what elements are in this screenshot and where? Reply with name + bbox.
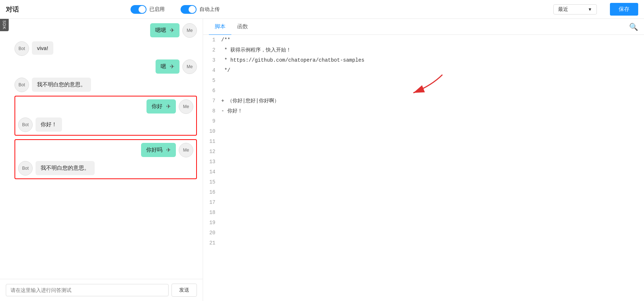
- line-number: 6: [203, 86, 221, 96]
- chevron-down-icon: ▼: [588, 7, 592, 12]
- save-button[interactable]: 保存: [610, 3, 638, 16]
- list-item: 4 */: [203, 65, 644, 75]
- me-avatar: Me: [179, 143, 193, 157]
- page-title: 对话: [6, 5, 49, 14]
- sdk-badge: SDK: [0, 19, 9, 31]
- tab-script[interactable]: 脚本: [209, 19, 231, 35]
- line-number: 7: [203, 96, 221, 106]
- highlighted-group-1: 你好 ✈ Me Bot 你好！: [15, 96, 197, 136]
- line-number: 19: [203, 218, 221, 228]
- line-number: 15: [203, 177, 221, 187]
- line-number: 1: [203, 35, 221, 45]
- message-text: viva!: [37, 45, 48, 51]
- list-item: 20: [203, 228, 644, 238]
- line-content[interactable]: - 你好！: [221, 106, 644, 116]
- bot-avatar: Bot: [15, 78, 29, 92]
- message-text: 我不明白您的意思。: [41, 165, 90, 171]
- me-avatar: Me: [182, 59, 197, 74]
- list-item: 9: [203, 116, 644, 126]
- bot-message: viva!: [32, 41, 53, 55]
- line-number: 10: [203, 126, 221, 136]
- list-item: 17: [203, 197, 644, 207]
- list-item: 15: [203, 177, 644, 187]
- line-number: 2: [203, 45, 221, 55]
- chat-input-area: 发送: [0, 279, 203, 301]
- toggle-group-1: 已启用: [131, 5, 165, 14]
- list-item: 3 * https://github.com/chatopera/chatbot…: [203, 55, 644, 65]
- bot-avatar: Bot: [18, 117, 33, 132]
- line-number: 21: [203, 238, 221, 248]
- user-message: 嗯嗯 ✈: [150, 23, 179, 37]
- highlighted-group-2: 你好吗 ✈ Me Bot 我不明白您的意思。: [15, 139, 197, 179]
- table-row: Bot 你好！: [18, 117, 193, 132]
- table-row: Bot 我不明白您的意思。: [15, 78, 197, 92]
- chat-area: 嗯嗯 ✈ Me Bot viva! 嗯 ✈: [0, 19, 203, 279]
- message-text: 嗯: [161, 63, 166, 70]
- message-text: 你好！: [41, 121, 57, 127]
- user-message: 嗯 ✈: [156, 59, 179, 74]
- list-item: 11: [203, 136, 644, 147]
- table-row: 你好吗 ✈ Me: [18, 143, 193, 157]
- send-icon: ✈: [166, 147, 171, 153]
- list-item: 2 * 获得示例程序，快入开始！: [203, 45, 644, 55]
- line-number: 4: [203, 65, 221, 75]
- left-panel: SDK 嗯嗯 ✈ Me Bot viva!: [0, 19, 203, 301]
- main-content: SDK 嗯嗯 ✈ Me Bot viva!: [0, 19, 644, 301]
- tab-function[interactable]: 函数: [231, 19, 254, 35]
- list-item: 16: [203, 187, 644, 197]
- line-number: 17: [203, 197, 221, 207]
- line-number: 3: [203, 55, 221, 65]
- right-panel: 脚本 函数 🔍 1/**2 * 获得示例程序，快入开始！3 * https://…: [203, 19, 644, 301]
- list-item: 6: [203, 86, 644, 96]
- line-number: 9: [203, 116, 221, 126]
- table-row: 嗯嗯 ✈ Me: [15, 23, 197, 38]
- line-content[interactable]: + （你好|您好|你好啊）: [221, 96, 644, 106]
- recent-dropdown[interactable]: 最近 ▼: [553, 4, 597, 15]
- toggle-group-2: 自动上传: [181, 5, 220, 14]
- line-content[interactable]: * 获得示例程序，快入开始！: [221, 45, 644, 55]
- list-item: 21: [203, 238, 644, 248]
- tabs-bar: 脚本 函数 🔍: [203, 19, 644, 35]
- enabled-toggle[interactable]: [131, 5, 146, 14]
- line-number: 14: [203, 167, 221, 177]
- line-number: 11: [203, 136, 221, 147]
- auto-upload-toggle[interactable]: [181, 5, 197, 14]
- line-content[interactable]: */: [221, 65, 644, 75]
- code-area: 1/**2 * 获得示例程序，快入开始！3 * https://github.c…: [203, 35, 644, 248]
- send-button[interactable]: 发送: [172, 284, 197, 297]
- list-item: 12: [203, 147, 644, 157]
- send-icon: ✈: [170, 27, 174, 34]
- table-row: Bot 我不明白您的意思。: [18, 161, 193, 176]
- bot-avatar: Bot: [18, 161, 33, 176]
- line-content[interactable]: /**: [221, 35, 644, 45]
- user-message: 你好 ✈: [146, 99, 176, 114]
- bot-avatar: Bot: [15, 41, 29, 56]
- top-bar: 对话 已启用 自动上传 最近 ▼ 保存: [0, 0, 644, 19]
- list-item: 14: [203, 167, 644, 177]
- code-wrapper: 1/**2 * 获得示例程序，快入开始！3 * https://github.c…: [203, 35, 644, 301]
- message-text: 嗯嗯: [155, 27, 166, 34]
- message-text: 你好吗: [146, 147, 162, 153]
- line-number: 18: [203, 207, 221, 218]
- me-avatar: Me: [182, 23, 197, 38]
- user-message: 你好吗 ✈: [141, 143, 176, 157]
- list-item: 19: [203, 218, 644, 228]
- bot-message: 你好！: [36, 117, 62, 132]
- message-text: 你好: [152, 103, 162, 110]
- enabled-label: 已启用: [149, 6, 165, 13]
- chat-input[interactable]: [6, 284, 169, 296]
- line-content[interactable]: * https://github.com/chatopera/chatbot-s…: [221, 55, 644, 65]
- line-number: 20: [203, 228, 221, 238]
- bot-message: 我不明白您的意思。: [36, 161, 95, 175]
- send-icon: ✈: [166, 103, 171, 110]
- list-item: 10: [203, 126, 644, 136]
- line-number: 13: [203, 157, 221, 167]
- list-item: 5: [203, 75, 644, 86]
- zoom-icon[interactable]: 🔍: [629, 22, 638, 31]
- send-icon: ✈: [170, 63, 174, 70]
- list-item: 8- 你好！: [203, 106, 644, 116]
- auto-upload-label: 自动上传: [199, 6, 220, 13]
- line-number: 8: [203, 106, 221, 116]
- line-number: 5: [203, 75, 221, 86]
- list-item: 13: [203, 157, 644, 167]
